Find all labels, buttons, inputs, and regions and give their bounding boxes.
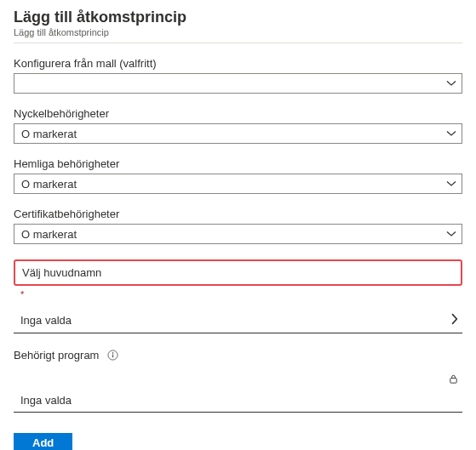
field-template: Konfigurera från mall (valfritt) — [14, 57, 462, 94]
chevron-down-icon — [441, 229, 462, 239]
svg-rect-2 — [112, 355, 113, 358]
authorized-application-label-row: Behörigt program — [14, 349, 462, 362]
panel-title: Lägg till åtkomstprincip — [14, 9, 462, 26]
application-none-selected: Inga valda — [20, 394, 72, 407]
svg-point-1 — [112, 352, 114, 354]
principal-none-selected: Inga valda — [20, 314, 72, 327]
template-label: Konfigurera från mall (valfritt) — [14, 57, 462, 70]
field-certificate-permissions: Certifikatbehörigheter O markerat — [14, 208, 462, 244]
required-indicator: * — [14, 289, 462, 299]
svg-rect-3 — [450, 379, 456, 384]
certificate-permissions-select[interactable]: O markerat — [14, 224, 462, 244]
secret-permissions-value: O markerat — [14, 178, 441, 191]
certificate-permissions-value: O markerat — [14, 228, 441, 241]
chevron-right-icon — [449, 313, 461, 328]
panel-subtitle: Lägg till åtkomstprincip — [14, 27, 462, 37]
chevron-down-icon — [441, 179, 462, 189]
certificate-permissions-label: Certifikatbehörigheter — [14, 208, 462, 220]
select-principal-section: Välj huvudnamn — [14, 259, 462, 286]
lock-row — [14, 370, 462, 389]
key-permissions-value: O markerat — [14, 128, 441, 140]
key-permissions-label: Nyckelbehörigheter — [14, 107, 462, 120]
select-principal-link[interactable]: Inga valda — [14, 308, 462, 333]
template-select[interactable] — [14, 73, 462, 94]
authorized-application-label: Behörigt program — [14, 349, 99, 362]
chevron-down-icon — [441, 78, 462, 88]
secret-permissions-select[interactable]: O markerat — [14, 174, 462, 194]
lock-icon — [448, 373, 459, 387]
select-principal-label: Välj huvudnamn — [22, 266, 454, 279]
add-button[interactable]: Add — [14, 433, 72, 450]
select-application-link[interactable]: Inga valda — [14, 389, 462, 413]
divider — [14, 43, 462, 43]
secret-permissions-label: Hemliga behörigheter — [14, 157, 462, 170]
panel-header: Lägg till åtkomstprincip Lägg till åtkom… — [14, 9, 462, 37]
key-permissions-select[interactable]: O markerat — [14, 123, 462, 144]
chevron-down-icon — [441, 128, 462, 139]
field-key-permissions: Nyckelbehörigheter O markerat — [14, 107, 462, 144]
info-icon[interactable] — [107, 350, 118, 361]
field-secret-permissions: Hemliga behörigheter O markerat — [14, 157, 462, 194]
